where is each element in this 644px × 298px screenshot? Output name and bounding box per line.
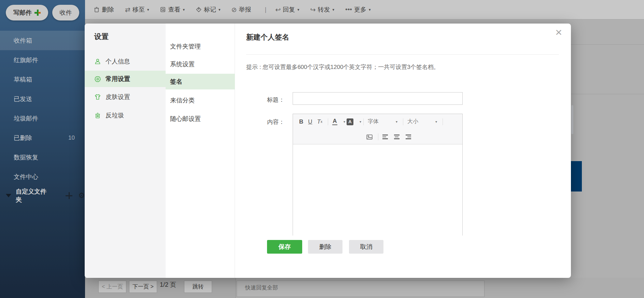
user-icon: [94, 58, 101, 65]
subnav-label: 文件夹管理: [170, 42, 201, 51]
highlight-color-icon[interactable]: A: [347, 118, 353, 125]
nav-label: 皮肤设置: [106, 93, 130, 101]
settings-nav-skin-settings[interactable]: 皮肤设置: [85, 89, 166, 105]
action-buttons: 保存 删除 取消: [235, 240, 571, 254]
settings-modal: 设置 个人信息 常用设置 皮肤设置: [85, 24, 571, 278]
subnav-incoming-classification[interactable]: 来信分类: [166, 93, 235, 108]
underline-icon[interactable]: U: [308, 119, 312, 125]
title-field-label: 标题：: [246, 96, 284, 104]
toolbar-separator: [328, 118, 328, 125]
toolbar-separator: [378, 133, 378, 140]
font-dropdown-label: 字体: [368, 118, 394, 125]
settings-subnav-column: 文件夹管理 系统设置 签名 来信分类 随心邮设置: [166, 24, 235, 278]
subnav-label: 随心邮设置: [170, 115, 201, 123]
caret-down-icon[interactable]: ▾: [344, 120, 345, 124]
subnav-label: 来信分类: [170, 96, 195, 104]
signature-content-textarea[interactable]: [293, 144, 462, 236]
settings-nav-anti-spam[interactable]: 反垃圾: [85, 107, 166, 124]
clear-format-icon[interactable]: Tx: [317, 119, 322, 125]
font-size-dropdown[interactable]: 大小 ▾: [407, 118, 438, 125]
caret-down-icon: ▾: [396, 120, 397, 124]
panel-title: 新建个人签名: [246, 32, 289, 42]
close-icon[interactable]: ×: [555, 26, 562, 38]
align-left-icon[interactable]: [382, 134, 388, 139]
settings-nav-common-settings[interactable]: 常用设置: [85, 71, 166, 87]
panel-divider: [246, 54, 559, 55]
insert-image-icon[interactable]: [366, 134, 373, 140]
signature-hint-text: 提示 : 您可设置最多600个汉字或1200个英文字符；一共可设置3个签名档。: [246, 63, 439, 71]
subnav-suixin-mail-settings[interactable]: 随心邮设置: [166, 111, 235, 127]
toolbar-separator: [403, 118, 403, 125]
subnav-label: 系统设置: [170, 60, 195, 68]
align-right-icon[interactable]: [406, 134, 411, 139]
content-field-label: 内容：: [246, 118, 284, 126]
app-window: 写邮件 收件 收件箱 红旗邮件 草稿箱 已发送 垃圾邮件 已删除: [0, 0, 644, 298]
editor-toolbar: B U Tx A ▾ A ▾ 字体 ▾: [293, 114, 462, 144]
caret-down-icon[interactable]: ▾: [360, 120, 361, 124]
subnav-system-settings[interactable]: 系统设置: [166, 56, 235, 72]
toolbar-separator: [443, 118, 443, 125]
tshirt-icon: [94, 93, 101, 101]
settings-nav-personal-info[interactable]: 个人信息: [85, 53, 166, 70]
nav-label: 个人信息: [106, 57, 130, 66]
nav-label: 反垃圾: [106, 111, 124, 119]
signature-panel: × 新建个人签名 提示 : 您可设置最多600个汉字或1200个英文字符；一共可…: [235, 24, 571, 278]
signature-title-input[interactable]: [293, 92, 463, 105]
align-center-icon[interactable]: [394, 134, 400, 139]
caret-down-icon: ▾: [435, 120, 437, 124]
rich-text-editor: B U Tx A ▾ A ▾ 字体 ▾: [293, 114, 463, 236]
trash-bin-icon: [94, 112, 101, 119]
nav-label: 常用设置: [106, 75, 130, 83]
delete-signature-button[interactable]: 删除: [308, 240, 342, 254]
size-dropdown-label: 大小: [407, 118, 434, 125]
settings-nav-column: 设置 个人信息 常用设置 皮肤设置: [85, 24, 166, 278]
subnav-signature[interactable]: 签名: [166, 74, 235, 89]
subnav-label: 签名: [170, 77, 182, 86]
font-color-icon[interactable]: A: [332, 118, 337, 125]
font-family-dropdown[interactable]: 字体 ▾: [368, 118, 399, 125]
gear-icon: [94, 75, 101, 83]
bold-icon[interactable]: B: [299, 119, 303, 125]
toolbar-separator: [363, 118, 364, 125]
subnav-folder-management[interactable]: 文件夹管理: [166, 39, 235, 54]
cancel-button[interactable]: 取消: [349, 240, 383, 254]
save-button[interactable]: 保存: [267, 240, 302, 254]
settings-title: 设置: [94, 32, 109, 41]
